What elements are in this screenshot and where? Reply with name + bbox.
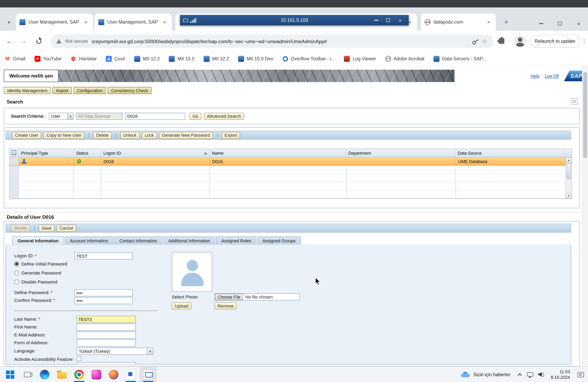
news-widget[interactable]: Sizin için haberler	[456, 367, 515, 382]
bookmark-maps[interactable]: Haritalar	[70, 56, 97, 61]
define-initial-password-radio[interactable]	[14, 262, 19, 266]
url-text[interactable]: srepvmpmiit.eur.gd.corp:50000/webdynpro/…	[92, 38, 468, 44]
row-selector-cell[interactable]	[10, 157, 19, 166]
email-input[interactable]	[77, 331, 136, 339]
column-name[interactable]: Name	[210, 149, 346, 157]
page-scrollbar[interactable]	[582, 66, 588, 366]
task-view-button[interactable]	[19, 367, 36, 382]
language-select[interactable]: Turkish (Turkey) ▼	[77, 348, 153, 355]
create-user-button[interactable]: Create User	[12, 132, 41, 139]
bookmark-log-viewer[interactable]: Log Viewer	[344, 56, 376, 61]
action-center-button[interactable]	[574, 367, 588, 382]
select-all-cell[interactable]	[10, 149, 19, 157]
column-logon-id[interactable]: Logon ID ▲	[101, 149, 210, 157]
table-scrollbar[interactable]: ▲ ▼	[566, 157, 572, 199]
tab-contact-information[interactable]: Contact Information	[114, 236, 162, 245]
mirror-minimize-button[interactable]	[371, 16, 382, 24]
tab-assigned-groups[interactable]: Assigned Groups	[257, 236, 301, 245]
tray-overflow-button[interactable]	[515, 367, 525, 382]
upload-button[interactable]: Upload	[172, 302, 191, 309]
scrollbar-thumb[interactable]	[567, 163, 571, 179]
tab-account-information[interactable]: Account Information	[64, 236, 113, 245]
bookmark-star-icon[interactable]: ☆	[482, 37, 488, 45]
tab-close-icon[interactable]: ×	[485, 19, 492, 26]
app-button-blue[interactable]	[122, 367, 139, 382]
bookmark-overflow-toolbar[interactable]: Overflow Toolbar - i...	[282, 56, 335, 61]
bookmark-mii122[interactable]: MII 12.2	[134, 56, 160, 61]
partial-input[interactable]	[77, 362, 136, 364]
save-button[interactable]: Save	[39, 225, 54, 232]
file-explorer-button[interactable]	[53, 367, 70, 382]
forward-button[interactable]: →	[17, 35, 30, 48]
tab-close-icon[interactable]: ×	[83, 19, 89, 26]
last-name-input[interactable]	[77, 316, 136, 323]
logoff-link[interactable]: Log Off	[545, 74, 559, 78]
cancel-button[interactable]: Cancel	[57, 225, 76, 232]
bookmark-acrobat[interactable]: Adobe Acrobat	[385, 56, 424, 61]
lock-button[interactable]: Lock	[142, 132, 157, 139]
mirror-window-titlebar[interactable]: 10.151.5.103 ×	[180, 15, 409, 26]
bookmark-mii150dev[interactable]: MII 15.0 Dev	[238, 56, 273, 61]
disable-password-radio[interactable]	[14, 280, 19, 284]
browser-tab-1[interactable]: User Management, SAP ×	[16, 14, 93, 31]
security-label[interactable]: Not secure	[65, 38, 88, 44]
app-button-sphere[interactable]	[105, 367, 122, 382]
scroll-down-icon[interactable]: ▼	[566, 193, 571, 199]
browser-tab-2[interactable]: User Management, SAP ×	[95, 14, 172, 31]
app-button-pink[interactable]	[88, 367, 105, 382]
section-options-icon[interactable]	[571, 98, 578, 104]
nav-tab-identity-management[interactable]: Identity Management	[4, 87, 51, 94]
unlock-button[interactable]: Unlock	[120, 132, 139, 139]
display-cast-button[interactable]	[525, 367, 536, 382]
table-row-selected[interactable]: D016 D016, UME Database	[10, 157, 572, 166]
tab-general-information[interactable]: General Information	[12, 236, 64, 245]
mirror-maximize-button[interactable]	[383, 16, 394, 24]
remove-button[interactable]: Remove	[215, 302, 237, 309]
help-link[interactable]: Help	[531, 74, 539, 78]
reload-button[interactable]	[32, 35, 45, 48]
relaunch-to-update-button[interactable]: Relaunch to update	[529, 35, 581, 48]
tab-additional-information[interactable]: Additional Information	[163, 236, 215, 245]
edge-button[interactable]	[36, 367, 53, 382]
password-key-icon[interactable]	[470, 37, 479, 46]
tab-assigned-roles[interactable]: Assigned Roles	[216, 236, 256, 245]
column-department[interactable]: Department	[346, 149, 455, 157]
browser-tab-datapodx[interactable]: datapodx.com ×	[421, 14, 496, 31]
advanced-search-button[interactable]: Advanced Search	[204, 113, 244, 120]
bookmark-translate[interactable]: AÇevir	[106, 56, 126, 61]
back-button[interactable]: ←	[3, 35, 16, 48]
generate-new-password-button[interactable]: Generate New Password	[159, 132, 213, 139]
bookmark-gmail[interactable]: MGmail	[5, 56, 25, 61]
nav-tab-import[interactable]: Import	[53, 87, 72, 94]
define-password-input[interactable]	[75, 289, 133, 296]
column-principal-type[interactable]: Principal Type	[19, 149, 74, 157]
tab-close-icon[interactable]: ×	[161, 19, 168, 26]
screen-mirror-button[interactable]	[140, 367, 157, 382]
mirror-close-button[interactable]: ×	[395, 16, 406, 24]
scrollbar-thumb[interactable]	[583, 72, 588, 158]
bookmark-mii122b[interactable]: MII 12.2	[203, 56, 229, 61]
copy-to-new-user-button[interactable]: Copy to New User	[43, 132, 84, 139]
accessibility-checkbox[interactable]	[77, 356, 81, 361]
not-secure-warning-icon[interactable]	[56, 39, 62, 43]
export-button[interactable]: Export	[222, 132, 240, 139]
scroll-up-icon[interactable]: ▲	[566, 157, 571, 163]
maximize-button[interactable]	[551, 15, 569, 32]
search-query-input[interactable]	[126, 113, 185, 120]
minimize-button[interactable]	[532, 15, 551, 32]
bookmark-mii150[interactable]: MII 15.0	[169, 56, 194, 61]
delete-button[interactable]: Delete	[93, 132, 112, 139]
tab-search-chevron-icon[interactable]: ▾	[4, 17, 14, 27]
search-type-select[interactable]: User ▼	[49, 113, 74, 120]
generate-password-radio[interactable]	[14, 270, 19, 275]
form-of-address-input[interactable]	[77, 340, 136, 347]
browser-menu-icon[interactable]: ⋮	[581, 38, 587, 45]
profile-avatar[interactable]	[515, 36, 526, 47]
nav-tab-consistency-check[interactable]: Consistency Check	[108, 87, 151, 94]
bookmark-youtube[interactable]: YouTube	[34, 56, 62, 61]
logon-id-input[interactable]	[75, 252, 133, 260]
first-name-input[interactable]	[77, 324, 136, 331]
taskbar-clock[interactable]: 11:53 8.10.2024	[547, 369, 574, 380]
column-status[interactable]: Status	[74, 149, 101, 157]
go-button[interactable]: Go	[189, 113, 201, 120]
